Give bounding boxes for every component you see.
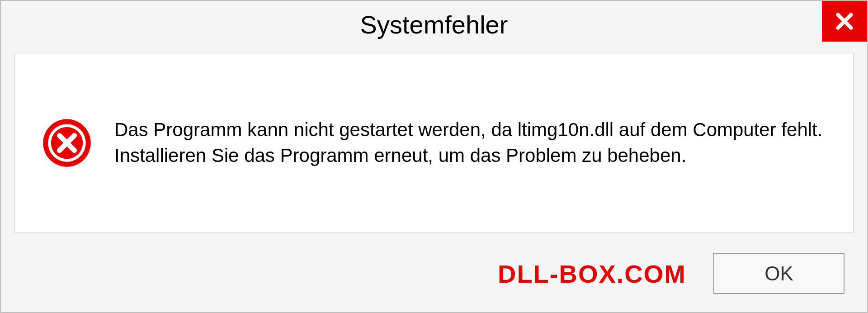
ok-button[interactable]: OK (713, 253, 844, 294)
watermark-text: DLL-BOX.COM (498, 259, 686, 289)
titlebar: Systemfehler (1, 1, 867, 53)
close-icon (833, 10, 856, 33)
error-dialog: Systemfehler Das Programm kann nicht ges… (0, 0, 868, 313)
error-icon (42, 118, 92, 168)
dialog-title: Systemfehler (360, 10, 508, 39)
error-message: Das Programm kann nicht gestartet werden… (114, 117, 826, 168)
footer: DLL-BOX.COM OK (1, 242, 867, 312)
close-button[interactable] (822, 1, 867, 42)
content-area: Das Programm kann nicht gestartet werden… (14, 53, 854, 233)
